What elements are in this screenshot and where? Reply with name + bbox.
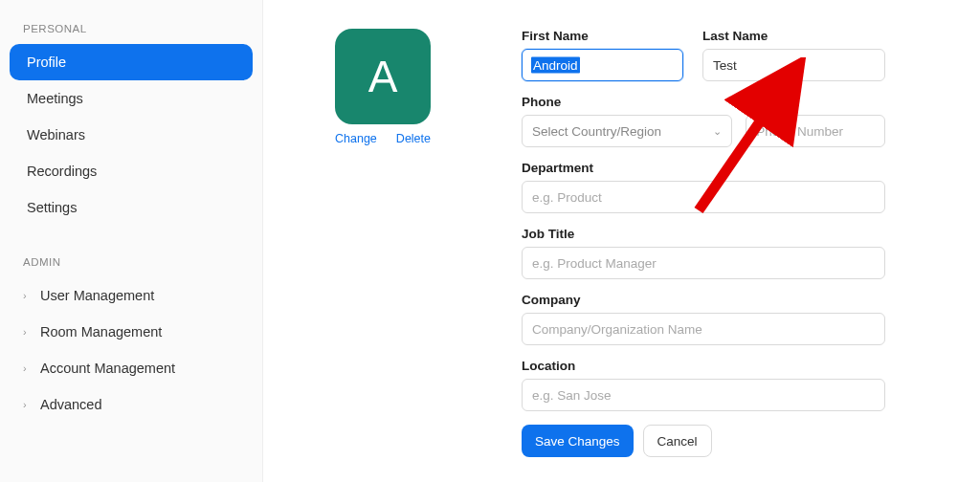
phone-number-input[interactable] <box>746 115 885 147</box>
phone-country-placeholder: Select Country/Region <box>532 124 661 139</box>
chevron-right-icon: › <box>23 362 33 374</box>
sidebar-item-webinars[interactable]: Webinars <box>10 117 253 153</box>
sidebar-item-user-management[interactable]: › User Management <box>10 277 253 314</box>
first-name-input[interactable] <box>522 49 683 81</box>
department-input[interactable] <box>522 181 885 213</box>
sidebar: PERSONAL Profile Meetings Webinars Recor… <box>0 0 263 482</box>
phone-country-select[interactable]: Select Country/Region ⌄ <box>522 115 732 147</box>
last-name-label: Last Name <box>702 29 885 43</box>
company-input[interactable] <box>522 313 885 345</box>
main-content: A Change Delete First Name Android Last … <box>263 0 980 482</box>
chevron-right-icon: › <box>23 399 33 410</box>
avatar-delete-link[interactable]: Delete <box>396 132 431 145</box>
chevron-down-icon: ⌄ <box>713 125 722 138</box>
chevron-right-icon: › <box>23 290 33 301</box>
company-label: Company <box>522 293 885 307</box>
location-input[interactable] <box>522 379 885 411</box>
chevron-right-icon: › <box>23 326 33 338</box>
sidebar-item-account-management[interactable]: › Account Management <box>10 350 253 386</box>
sidebar-item-profile[interactable]: Profile <box>10 44 253 80</box>
sidebar-item-room-management[interactable]: › Room Management <box>10 314 253 350</box>
avatar-column: A Change Delete <box>330 29 435 463</box>
sidebar-item-settings[interactable]: Settings <box>10 189 253 226</box>
sidebar-item-recordings[interactable]: Recordings <box>10 153 253 189</box>
last-name-input[interactable] <box>702 49 885 81</box>
admin-section-label: ADMIN <box>10 252 253 277</box>
job-title-input[interactable] <box>522 247 885 279</box>
profile-form: First Name Android Last Name Phone Selec… <box>522 29 885 463</box>
location-label: Location <box>522 359 885 373</box>
department-label: Department <box>522 161 885 175</box>
sidebar-item-meetings[interactable]: Meetings <box>10 80 253 117</box>
avatar-change-link[interactable]: Change <box>335 132 377 145</box>
phone-label: Phone <box>522 95 885 109</box>
first-name-label: First Name <box>522 29 683 43</box>
job-title-label: Job Title <box>522 227 885 241</box>
cancel-button[interactable]: Cancel <box>643 425 712 457</box>
avatar-letter: A <box>368 51 398 102</box>
sidebar-item-advanced[interactable]: › Advanced <box>10 386 253 423</box>
avatar[interactable]: A <box>335 29 431 124</box>
save-changes-button[interactable]: Save Changes <box>522 425 634 457</box>
personal-section-label: PERSONAL <box>10 19 253 44</box>
